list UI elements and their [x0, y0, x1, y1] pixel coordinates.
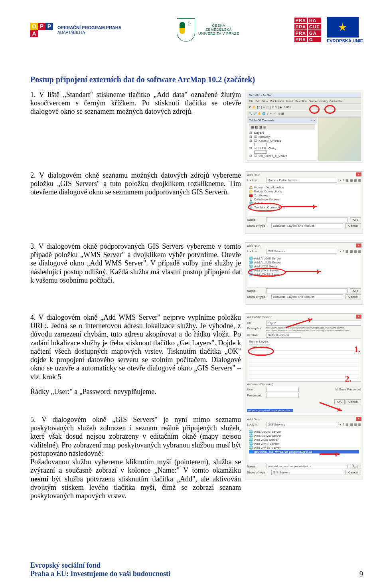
annotation-number: 2. [345, 374, 352, 384]
prague-cell: PRA [294, 30, 307, 36]
screenshot-add-data-2: × Add Data Look in:GIS Servers▾ ⤒ ▦ ▦ ▦ … [245, 242, 363, 305]
step-5a: 5. V dialogovém okně „GIS Servers" je ny… [30, 416, 241, 457]
save-password: Save Password [339, 388, 361, 391]
lookin-label: Look in: [247, 178, 264, 182]
prague-cell: PRA [294, 37, 307, 42]
step-2-text: 2. V dialogovém okně seznamu možných dat… [30, 171, 241, 234]
url-link: URL: [30, 322, 47, 330]
close-icon: × [356, 417, 361, 421]
example-url: http://www.example.com/servlet/com.esri.… [266, 329, 361, 332]
annotation-arrow [281, 206, 317, 207]
toc-title: Table Of Contents [249, 119, 274, 122]
page-number: 9 [359, 570, 363, 578]
list-item: Add ArcGIS Server [254, 430, 281, 434]
annotation-arrow [320, 453, 340, 455]
show-label: Show of type: [247, 224, 269, 228]
prague-logo: PRAHA PRAGUE PRAGA PRAG [294, 18, 321, 42]
show-value: Datasets, Layers and Results [271, 294, 343, 299]
layers-root: Layers [254, 131, 265, 135]
opp-icon: OPP A [30, 23, 53, 37]
opp-letter: P [45, 23, 53, 30]
url-value: http:// [266, 321, 361, 326]
add-button: Add [350, 288, 361, 293]
show-value: Datasets, Layers and Results [271, 223, 343, 228]
list-item: Add ArcIMS Server [254, 261, 281, 264]
page-header: OPP A OPERAČNÍ PROGRAM PRAHA ADAPTABILIT… [30, 8, 363, 52]
step-1: 1. V liště „Standart" stiskneme tlačítko… [30, 91, 363, 162]
step-5c: být služba potvrzena stisknutím tlačítka… [30, 475, 241, 500]
menubar: File Edit View Bookmarks Insert Selectio… [247, 99, 361, 104]
annotation-oval [248, 203, 282, 212]
annotation-circle [309, 105, 320, 114]
prague-cell: PRA [294, 24, 307, 30]
logo-czu: ČESKÁ ZEMĚDĚLSKÁ UNIVERZITA V PRAZE [177, 18, 239, 42]
account-label: Account (Optional) [247, 382, 361, 386]
prague-cell: GA [308, 30, 321, 36]
lookin-value: Home - Data\Unetice [266, 178, 337, 183]
ok-button: OK [334, 399, 345, 404]
examples-label: Examples: [247, 327, 264, 330]
list-item-selected: geoportal_rss_wms1 on geoportal.jsdi.cz [254, 450, 312, 453]
step-4b: . Jedná se o internetovou adresu lokaliz… [30, 322, 241, 380]
step-4: 4. V dialogovém okně „Add WMS Server" ne… [30, 313, 363, 413]
czu-line: UNIVERZITA V PRAZE [198, 32, 239, 36]
name-label: Name: [247, 218, 264, 222]
list-item: Home - Data\Unetice [254, 186, 284, 189]
step-4a: 4. V dialogovém okně „Add WMS Server" ne… [30, 313, 241, 321]
map-canvas [318, 117, 361, 161]
list-item: Add WCS Server [254, 438, 278, 441]
cancel-button: Cancel [345, 399, 361, 404]
prague-cell: G [308, 37, 321, 42]
name-label: Name: [247, 289, 264, 293]
opp-letter: A [30, 30, 38, 37]
annotation-circle [324, 105, 336, 114]
show-label: Show of type: [247, 471, 269, 474]
annotation-oval [248, 268, 286, 277]
opp-letter: P [38, 23, 45, 30]
list-item: Add WMTS Server [254, 446, 281, 449]
step-4c: Řádky „User:" a „Password: nevyplňujeme. [30, 388, 156, 396]
list-item: Add WMS Server [254, 442, 279, 445]
step-5b: Požadovanou službu vybereme kliknutím my… [30, 458, 241, 474]
add-button: Add [350, 464, 361, 469]
annotation-oval [248, 347, 274, 356]
step-3: 3. V dialogovém okně podporovaných GIS S… [30, 242, 363, 305]
show-label: Show of type: [247, 295, 269, 299]
layer-item: Katastr_Unetice [259, 139, 281, 143]
list-item: Folder Connections [254, 190, 282, 193]
lookin-value: GIS Servers [266, 249, 337, 254]
screenshot-add-data-1: × Add Data Look in:Home - Data\Unetice▾ … [245, 171, 363, 234]
annotation-arrow [285, 271, 321, 272]
czu-shield-icon [177, 18, 195, 42]
menu-item: Selection [295, 100, 307, 103]
step-4-text: 4. V dialogovém okně „Add WMS Server" ne… [30, 313, 241, 413]
scale-value: 9 861 [284, 106, 291, 109]
toolbar: 🗋 📂 💾 | ✂ 📋 | ↶ ↷ | ◆ 9 861 [247, 105, 361, 110]
page-title: Postup připojení externích dat do softwa… [30, 75, 363, 84]
logo-right-block: PRAHA PRAGUE PRAGA PRAG ★ EVROPSKÁ UNIE [294, 17, 363, 43]
close-icon: × [356, 315, 361, 319]
app-title: Metodika - ArcMap [249, 94, 272, 97]
server-layers-label: Server Layers [249, 340, 359, 343]
step-1-text: 1. V liště „Standart" stiskneme tlačítko… [30, 91, 241, 162]
dialog-title: Add Data [247, 418, 260, 421]
dialog-title: Add WMS Server [247, 315, 361, 319]
layer-item: katastry [259, 135, 270, 139]
footer-line-2: Praha a EU: Investujeme do vaší budoucno… [30, 570, 170, 578]
list-item: Database Servers [254, 198, 280, 201]
logo-opp-block: OPP A OPERAČNÍ PROGRAM PRAHA ADAPTABILIT… [30, 23, 122, 37]
annotation-url: geoportal_rss_wms1 on geoportal.jsdi.cz [247, 409, 293, 412]
menu-item: Customize [330, 100, 343, 103]
screenshot-add-wms: × Add WMS Server URL:http:// Examples: h… [245, 313, 363, 413]
lookin-value: GIS Servers [266, 422, 337, 427]
screenshot-add-data-3: × Add Data Look in:GIS Servers▾ ⤒ ▦ ▦ ▦ … [245, 416, 363, 479]
user-label: User: [247, 388, 264, 391]
password-label: Password: [247, 394, 264, 397]
url-label: URL: [247, 321, 264, 325]
version-label: Version: [247, 333, 264, 337]
prague-cell: GUE [308, 24, 321, 30]
cancel-button: Cancel [345, 223, 361, 228]
menu-item: Bookmarks [270, 100, 284, 103]
cancel-button: Cancel [345, 470, 361, 475]
list-item: Toolboxes [254, 194, 268, 197]
